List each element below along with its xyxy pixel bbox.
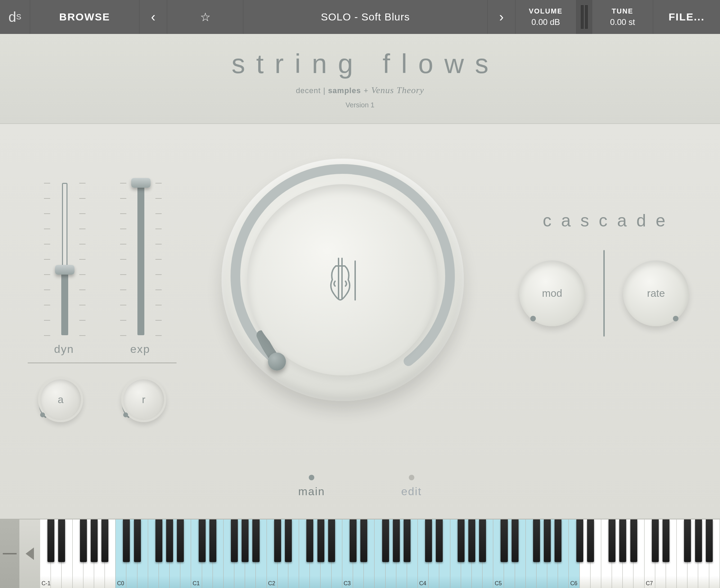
black-key[interactable] bbox=[609, 519, 615, 562]
black-key[interactable] bbox=[47, 519, 54, 562]
octave-label: C5 bbox=[495, 580, 502, 587]
black-key[interactable] bbox=[695, 519, 702, 562]
black-key[interactable] bbox=[479, 519, 486, 562]
black-key[interactable] bbox=[684, 519, 691, 562]
volume-value: 0.00 dB bbox=[531, 17, 560, 27]
logo-sub: S bbox=[16, 12, 21, 21]
file-menu-button[interactable]: FILE... bbox=[653, 0, 720, 34]
keyboard-scroll-left[interactable] bbox=[19, 519, 40, 588]
triangle-left-icon bbox=[26, 547, 34, 560]
black-key[interactable] bbox=[436, 519, 443, 562]
black-key[interactable] bbox=[587, 519, 594, 562]
attack-label: a bbox=[38, 377, 83, 422]
black-key[interactable] bbox=[706, 519, 713, 562]
credits-line: decent | samples+Venus Theory bbox=[296, 85, 424, 96]
tab-edit-indicator-icon bbox=[409, 475, 414, 480]
black-key[interactable] bbox=[328, 519, 335, 562]
black-key[interactable] bbox=[134, 519, 141, 562]
violin-icon bbox=[222, 159, 464, 401]
black-key[interactable] bbox=[663, 519, 669, 562]
main-panel: dyn exp a r bbox=[0, 124, 720, 519]
cascade-section: cascade mod rate bbox=[519, 211, 689, 337]
black-key[interactable] bbox=[231, 519, 238, 562]
black-key[interactable] bbox=[458, 519, 465, 562]
title-banner: string flows decent | samples+Venus Theo… bbox=[0, 34, 720, 124]
logo-letter: d bbox=[9, 9, 16, 25]
tab-edit[interactable]: edit bbox=[401, 475, 422, 498]
octave-label: C-1 bbox=[42, 580, 51, 587]
black-key[interactable] bbox=[350, 519, 357, 562]
black-key[interactable] bbox=[242, 519, 249, 562]
black-key[interactable] bbox=[512, 519, 519, 562]
black-key[interactable] bbox=[544, 519, 551, 562]
version-label: Version 1 bbox=[345, 101, 374, 109]
release-label: r bbox=[121, 377, 166, 422]
dyn-slider[interactable] bbox=[50, 183, 78, 335]
black-key[interactable] bbox=[91, 519, 98, 562]
tab-edit-label: edit bbox=[401, 485, 422, 498]
main-knob[interactable] bbox=[222, 159, 464, 401]
black-key[interactable] bbox=[425, 519, 432, 562]
section-divider bbox=[28, 363, 177, 363]
cascade-separator bbox=[603, 250, 605, 337]
rate-knob[interactable]: rate bbox=[623, 260, 689, 326]
tune-value: 0.00 st bbox=[610, 17, 635, 27]
black-key[interactable] bbox=[576, 519, 583, 562]
octave-label: C0 bbox=[117, 580, 124, 587]
black-key[interactable] bbox=[501, 519, 507, 562]
volume-control[interactable]: VOLUME 0.00 dB bbox=[515, 0, 576, 34]
output-meter bbox=[576, 0, 592, 34]
black-key[interactable] bbox=[101, 519, 108, 562]
black-key[interactable] bbox=[630, 519, 637, 562]
black-key[interactable] bbox=[306, 519, 313, 562]
mod-label: mod bbox=[519, 260, 585, 326]
black-key[interactable] bbox=[360, 519, 367, 562]
keyboard-left-handle[interactable] bbox=[0, 519, 19, 588]
black-key[interactable] bbox=[166, 519, 173, 562]
black-key[interactable] bbox=[404, 519, 411, 562]
black-key[interactable] bbox=[199, 519, 206, 562]
preset-name-display[interactable]: SOLO - Soft Blurs bbox=[243, 0, 487, 34]
black-key[interactable] bbox=[285, 519, 292, 562]
tune-label: TUNE bbox=[612, 7, 633, 15]
keyboard-section: C-1C0C1C2C3C4C5C6C7 bbox=[0, 519, 720, 588]
piano-keyboard[interactable]: C-1C0C1C2C3C4C5C6C7 bbox=[40, 519, 720, 588]
octave-label: C2 bbox=[268, 580, 275, 587]
octave-label: C4 bbox=[419, 580, 426, 587]
tab-row: main edit bbox=[0, 475, 720, 498]
black-key[interactable] bbox=[123, 519, 130, 562]
black-key[interactable] bbox=[274, 519, 281, 562]
black-key[interactable] bbox=[393, 519, 400, 562]
dyn-label: dyn bbox=[50, 343, 78, 356]
black-key[interactable] bbox=[619, 519, 626, 562]
black-key[interactable] bbox=[209, 519, 216, 562]
black-key[interactable] bbox=[382, 519, 389, 562]
star-icon: ☆ bbox=[200, 10, 210, 24]
black-key[interactable] bbox=[652, 519, 659, 562]
tune-control[interactable]: TUNE 0.00 st bbox=[592, 0, 653, 34]
octave-label: C7 bbox=[646, 580, 653, 587]
black-key[interactable] bbox=[468, 519, 475, 562]
next-preset-button[interactable]: › bbox=[487, 0, 515, 34]
mod-knob[interactable]: mod bbox=[519, 260, 585, 326]
prev-preset-button[interactable]: ‹ bbox=[139, 0, 167, 34]
favorite-toggle[interactable]: ☆ bbox=[167, 0, 243, 34]
dynamics-section: dyn exp a r bbox=[28, 183, 177, 422]
black-key[interactable] bbox=[555, 519, 561, 562]
attack-knob[interactable]: a bbox=[38, 377, 83, 422]
black-key[interactable] bbox=[533, 519, 540, 562]
volume-label: VOLUME bbox=[529, 7, 563, 15]
black-key[interactable] bbox=[80, 519, 87, 562]
black-key[interactable] bbox=[58, 519, 65, 562]
black-key[interactable] bbox=[252, 519, 259, 562]
black-key[interactable] bbox=[317, 519, 324, 562]
tab-main[interactable]: main bbox=[298, 475, 325, 498]
release-knob[interactable]: r bbox=[121, 377, 166, 422]
browse-button[interactable]: BROWSE bbox=[30, 0, 139, 34]
tab-main-indicator-icon bbox=[309, 475, 314, 480]
black-key[interactable] bbox=[177, 519, 184, 562]
exp-slider[interactable] bbox=[126, 183, 154, 335]
instrument-title: string flows bbox=[220, 48, 500, 80]
exp-label: exp bbox=[126, 343, 154, 356]
black-key[interactable] bbox=[155, 519, 162, 562]
